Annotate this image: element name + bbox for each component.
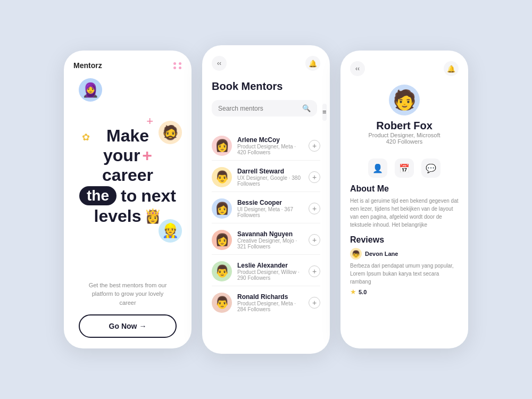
search-icon: 🔍 [302, 104, 311, 112]
mentor-item[interactable]: 👩 Savannah Nguyen Creative Designer, Moj… [212, 226, 320, 255]
message-button[interactable]: 💬 [421, 159, 440, 178]
add-mentor-button[interactable]: + [309, 297, 320, 309]
squiggle-decorative-icon: ✿ [82, 131, 90, 143]
add-mentor-button[interactable]: + [309, 234, 320, 246]
profile-followers: 420 Followers [386, 138, 422, 145]
message-icon: 💬 [426, 163, 436, 173]
mentor-item[interactable]: 👨 Darrell Steward UX Designer, Google · … [212, 163, 320, 192]
go-now-button[interactable]: Go Now → [79, 314, 177, 338]
hero-line-career: career [79, 165, 176, 185]
search-row: 🔍 ≡ [212, 100, 320, 124]
profile-notification-button[interactable]: 🔔 [444, 61, 459, 76]
profile-actions: 👤 📅 💬 [350, 159, 459, 178]
review-text: Berbeza dari pendapat umum yang popular,… [350, 262, 459, 286]
profile-info-section: 🧑 Robert Fox Product Designer, Microsoft… [350, 85, 459, 145]
calendar-button[interactable]: 📅 [395, 159, 414, 178]
mentor-name: Leslie Alexander [237, 262, 303, 269]
mentor-item[interactable]: 👩 Bessie Cooper UI Designer, Meta · 367 … [212, 194, 320, 223]
filter-icon: ≡ [322, 108, 327, 116]
filter-button[interactable]: ≡ [322, 104, 327, 121]
reviewer-row: 👦 Devon Lane [350, 248, 459, 260]
add-mentor-button[interactable]: + [309, 171, 320, 183]
notification-button[interactable]: 🔔 [305, 56, 320, 71]
avatar-captain-bot: 👷 [159, 219, 182, 243]
search-bar[interactable]: 🔍 [212, 100, 317, 117]
reviews-section: Reviews 👦 Devon Lane Berbeza dari pendap… [350, 235, 459, 296]
card2-header: ‹‹ 🔔 [212, 56, 320, 71]
app-logo: Mentorz [73, 61, 102, 70]
about-title: About Me [350, 184, 459, 194]
hero-next: next [141, 186, 176, 206]
hero-section: 🧕 🧔 👷 + ✿ Make your + career the to next… [73, 78, 182, 275]
mentor-role: UX Designer, Google · 380 Followers [237, 175, 303, 187]
mentor-avatar: 👩 [212, 230, 232, 250]
add-mentor-button[interactable]: + [309, 203, 320, 214]
add-user-icon: 👤 [372, 163, 383, 173]
mentor-item[interactable]: 👩 Arlene McCoy Product Designer, Meta · … [212, 131, 320, 161]
reviews-title: Reviews [350, 235, 459, 245]
chevron-left-icon: ‹‹ [355, 65, 360, 72]
book-mentors-title: Book Mentors [212, 80, 320, 93]
card3-header: ‹‹ 🔔 [350, 61, 459, 76]
mentor-role: Creative Designer, Mojo · 321 Followers [237, 238, 303, 250]
reviewer-avatar: 👦 [350, 248, 362, 260]
profile-avatar: 🧑 [389, 85, 420, 115]
profile-role: Product Designer, Microsoft [368, 132, 440, 138]
mentor-name: Savannah Nguyen [237, 230, 303, 238]
landing-card: Mentorz 🧕 🧔 👷 + ✿ Make your + career the… [64, 51, 192, 348]
mentor-info: Darrell Steward UX Designer, Google · 38… [237, 168, 303, 187]
mentor-avatar: 👨 [212, 167, 232, 187]
add-mentor-button[interactable]: + [309, 265, 320, 277]
star-icon: ★ [350, 288, 356, 296]
bell-icon: 🔔 [309, 60, 317, 68]
hero-line-your: your + [79, 146, 176, 165]
mentor-name: Ronald Richards [237, 293, 303, 301]
mentor-info: Bessie Cooper UI Designer, Meta · 367 Fo… [237, 199, 303, 218]
mentor-role: UI Designer, Meta · 367 Followers [237, 206, 303, 218]
review-item: 👦 Devon Lane Berbeza dari pendapat umum … [350, 248, 459, 296]
about-text: Het is al geruime tijd een bekend gegeve… [350, 197, 459, 229]
avatar-female-top: 🧕 [79, 78, 102, 102]
review-rating: ★ 5.0 [350, 288, 459, 296]
card1-subtitle: Get the best mentors from our platform t… [84, 281, 171, 307]
mentor-name: Arlene McCoy [237, 136, 303, 144]
hero-to: to [121, 186, 137, 206]
mentor-avatar: 👩 [212, 198, 232, 219]
add-user-button[interactable]: 👤 [368, 159, 387, 178]
plus-decorative-icon: + [146, 114, 153, 128]
avatar-male-mid: 🧔 [159, 121, 182, 144]
profile-back-button[interactable]: ‹‹ [350, 61, 365, 76]
mentor-avatar: 👨 [212, 261, 232, 281]
search-input[interactable] [218, 105, 298, 112]
calendar-icon: 📅 [399, 163, 410, 173]
mentor-item[interactable]: 👨 Ronald Richards Product Designer, Meta… [212, 288, 320, 317]
bell-icon: 🔔 [447, 65, 455, 73]
mentor-role: Product Designer, Meta · 284 Followers [237, 301, 303, 312]
mentor-name: Darrell Steward [237, 168, 303, 175]
mentor-name: Bessie Cooper [237, 199, 303, 206]
mentor-role: Product Designer, Willow · 290 Followers [237, 269, 303, 281]
about-section: About Me Het is al geruime tijd een beke… [350, 184, 459, 229]
rating-value: 5.0 [359, 289, 367, 295]
mentor-role: Product Designer, Meta · 420 Followers [237, 144, 303, 155]
profile-name: Robert Fox [376, 120, 433, 132]
mentor-item[interactable]: 👨 Leslie Alexander Product Designer, Wil… [212, 257, 320, 286]
hero-the-row: the to next [79, 186, 176, 206]
add-mentor-button[interactable]: + [309, 140, 320, 152]
mentor-info: Ronald Richards Product Designer, Meta ·… [237, 293, 303, 312]
mentor-avatar: 👩 [212, 136, 232, 156]
mentor-info: Leslie Alexander Product Designer, Willo… [237, 262, 303, 281]
profile-card: ‹‹ 🔔 🧑 Robert Fox Product Designer, Micr… [340, 51, 468, 348]
menu-dots-icon[interactable] [173, 62, 182, 69]
mentor-info: Arlene McCoy Product Designer, Meta · 42… [237, 136, 303, 155]
mentor-avatar: 👨 [212, 293, 232, 313]
card1-header: Mentorz [73, 61, 182, 70]
book-mentors-card: ‹‹ 🔔 Book Mentors 🔍 ≡ 👩 Arlene McCoy Pro… [202, 45, 330, 354]
back-button[interactable]: ‹‹ [212, 56, 227, 71]
mentor-info: Savannah Nguyen Creative Designer, Mojo … [237, 230, 303, 250]
mentor-list: 👩 Arlene McCoy Product Designer, Meta · … [212, 131, 320, 317]
the-badge: the [79, 186, 117, 205]
chevron-left-icon: ‹‹ [217, 60, 221, 67]
reviewer-name: Devon Lane [365, 251, 398, 257]
